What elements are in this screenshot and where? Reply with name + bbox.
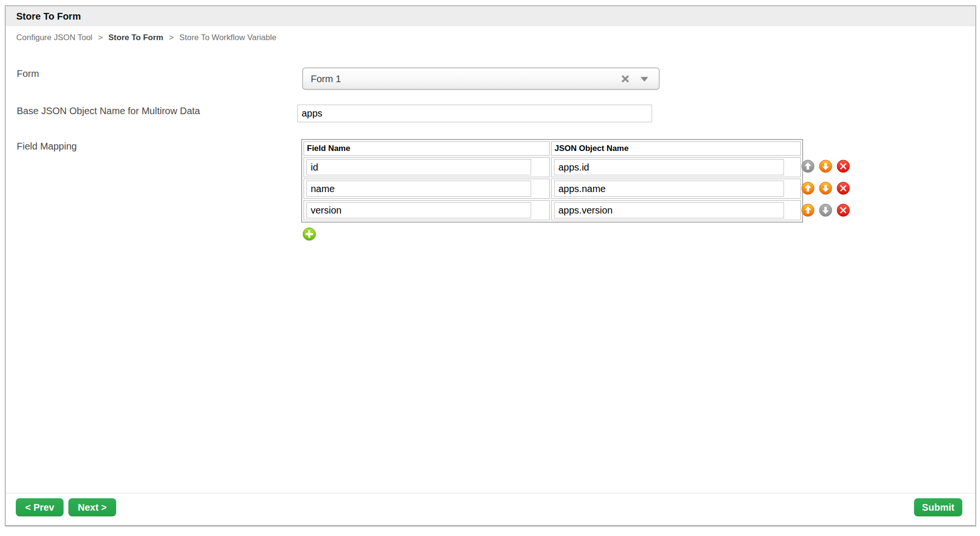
json-object-name-input[interactable] xyxy=(554,202,784,218)
base-json-object-name-label: Base JSON Object Name for Multirow Data xyxy=(17,106,200,117)
prev-button[interactable]: < Prev xyxy=(16,498,64,516)
footer-divider xyxy=(6,493,975,493)
table-row xyxy=(304,157,801,177)
field-name-input[interactable] xyxy=(306,202,531,218)
breadcrumb-step-store-to-form: Store To Form xyxy=(109,33,163,42)
table-row xyxy=(304,200,801,220)
submit-button[interactable]: Submit xyxy=(914,498,962,516)
base-json-object-name-input[interactable] xyxy=(297,105,652,122)
field-mapping-table: Field Name JSON Object Name xyxy=(301,139,803,223)
delete-row-icon[interactable] xyxy=(837,204,850,217)
table-header-row: Field Name JSON Object Name xyxy=(304,141,801,156)
form-select[interactable]: Form 1 xyxy=(302,67,660,90)
delete-row-icon[interactable] xyxy=(837,182,850,195)
field-name-input[interactable] xyxy=(306,181,531,197)
column-header-field-name: Field Name xyxy=(304,141,550,156)
move-up-icon[interactable] xyxy=(801,182,815,195)
dialog-title: Store To Form xyxy=(6,6,975,26)
clear-selection-icon[interactable] xyxy=(620,73,631,85)
json-object-name-input[interactable] xyxy=(554,181,784,197)
breadcrumb-separator: > xyxy=(98,33,103,42)
column-header-json-object-name: JSON Object Name xyxy=(551,141,801,156)
breadcrumb-step-store-to-workflow-variable: Store To Workflow Variable xyxy=(179,33,276,42)
delete-row-icon[interactable] xyxy=(837,160,850,173)
move-down-icon xyxy=(819,204,832,217)
move-up-icon[interactable] xyxy=(801,204,815,217)
add-row-icon[interactable] xyxy=(303,227,316,241)
breadcrumb-separator: > xyxy=(169,33,174,42)
breadcrumb: Configure JSON Tool > Store To Form > St… xyxy=(16,33,276,43)
move-down-icon[interactable] xyxy=(819,160,832,173)
table-row xyxy=(304,179,801,199)
next-button[interactable]: Next > xyxy=(68,498,116,516)
field-name-input[interactable] xyxy=(306,159,531,175)
breadcrumb-step-configure-json-tool: Configure JSON Tool xyxy=(16,33,92,42)
form-label: Form xyxy=(17,68,39,79)
row-actions xyxy=(801,160,854,173)
dropdown-arrow-icon[interactable] xyxy=(641,77,648,82)
config-dialog: Store To Form Configure JSON Tool > Stor… xyxy=(5,5,976,526)
form-select-value: Form 1 xyxy=(311,68,341,89)
move-down-icon[interactable] xyxy=(819,182,832,195)
json-object-name-input[interactable] xyxy=(554,159,784,175)
field-mapping-label: Field Mapping xyxy=(17,141,77,152)
move-up-icon xyxy=(801,160,815,173)
row-actions xyxy=(801,204,854,217)
row-actions xyxy=(801,182,854,195)
